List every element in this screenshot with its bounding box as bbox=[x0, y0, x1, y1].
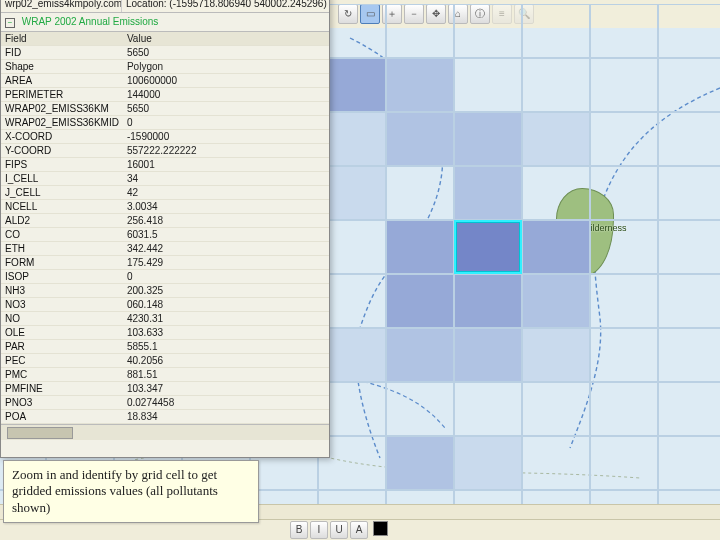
bold-icon[interactable]: B bbox=[290, 521, 308, 539]
table-row[interactable]: ETH342.442 bbox=[1, 242, 329, 256]
grid-cell-emission[interactable] bbox=[454, 436, 522, 490]
table-row[interactable]: FID5650 bbox=[1, 46, 329, 60]
table-row[interactable]: CO6031.5 bbox=[1, 228, 329, 242]
grid-cell[interactable] bbox=[590, 274, 658, 328]
grid-cell-emission[interactable] bbox=[522, 112, 590, 166]
identify-attribute-table[interactable]: Field Value FID5650ShapePolygonAREA10060… bbox=[1, 32, 329, 424]
grid-cell-emission[interactable] bbox=[454, 112, 522, 166]
value-cell: 3.0034 bbox=[123, 200, 329, 214]
grid-cell[interactable] bbox=[386, 4, 454, 58]
table-row[interactable]: POA18.834 bbox=[1, 410, 329, 424]
table-row[interactable]: J_CELL42 bbox=[1, 186, 329, 200]
value-cell: 5650 bbox=[123, 46, 329, 60]
field-cell: PAR bbox=[1, 340, 123, 354]
grid-cell[interactable] bbox=[522, 4, 590, 58]
grid-cell[interactable] bbox=[590, 112, 658, 166]
value-cell: 0.0274458 bbox=[123, 396, 329, 410]
grid-cell-emission[interactable] bbox=[522, 274, 590, 328]
grid-cell[interactable] bbox=[386, 166, 454, 220]
grid-cell[interactable] bbox=[658, 4, 720, 58]
font-color-icon[interactable]: A bbox=[350, 521, 368, 539]
table-row[interactable]: ALD2256.418 bbox=[1, 214, 329, 228]
grid-cell-emission[interactable] bbox=[454, 328, 522, 382]
table-row[interactable]: X-COORD-1590000 bbox=[1, 130, 329, 144]
underline-icon[interactable]: U bbox=[330, 521, 348, 539]
grid-cell[interactable] bbox=[658, 382, 720, 436]
value-cell: 0 bbox=[123, 270, 329, 284]
table-row[interactable]: OLE103.633 bbox=[1, 326, 329, 340]
grid-cell-emission[interactable] bbox=[522, 220, 590, 274]
grid-cell[interactable] bbox=[590, 220, 658, 274]
field-cell: OLE bbox=[1, 326, 123, 340]
table-row[interactable]: ShapePolygon bbox=[1, 60, 329, 74]
grid-cell-emission[interactable] bbox=[522, 328, 590, 382]
table-row[interactable]: I_CELL34 bbox=[1, 172, 329, 186]
scroll-thumb[interactable] bbox=[7, 427, 73, 439]
grid-cell[interactable] bbox=[590, 382, 658, 436]
table-row[interactable]: PAR5855.1 bbox=[1, 340, 329, 354]
table-row[interactable]: FORM175.429 bbox=[1, 256, 329, 270]
field-cell: CO bbox=[1, 228, 123, 242]
table-row[interactable]: FIPS16001 bbox=[1, 158, 329, 172]
grid-cell[interactable] bbox=[590, 4, 658, 58]
grid-cell[interactable] bbox=[386, 382, 454, 436]
grid-cell[interactable] bbox=[658, 436, 720, 490]
table-row[interactable]: PNO30.0274458 bbox=[1, 396, 329, 410]
field-cell: FID bbox=[1, 46, 123, 60]
table-row[interactable]: PMFINE103.347 bbox=[1, 382, 329, 396]
table-row[interactable]: WRAP02_EMISS36KM5650 bbox=[1, 102, 329, 116]
value-cell: 175.429 bbox=[123, 256, 329, 270]
grid-cell[interactable] bbox=[522, 382, 590, 436]
table-row[interactable]: NCELL3.0034 bbox=[1, 200, 329, 214]
grid-cell-emission[interactable] bbox=[454, 274, 522, 328]
table-row[interactable]: PERIMETER144000 bbox=[1, 88, 329, 102]
grid-cell[interactable] bbox=[658, 328, 720, 382]
grid-cell[interactable] bbox=[658, 274, 720, 328]
grid-cell[interactable] bbox=[658, 58, 720, 112]
table-row[interactable]: AREA100600000 bbox=[1, 74, 329, 88]
grid-cell-emission[interactable] bbox=[454, 166, 522, 220]
font-color-chip[interactable] bbox=[373, 521, 388, 536]
grid-cell[interactable] bbox=[522, 166, 590, 220]
grid-cell[interactable] bbox=[658, 220, 720, 274]
identify-window[interactable]: wrp02_emiss4kmpoly.com Location: (-15957… bbox=[0, 0, 330, 458]
grid-cell-emission[interactable] bbox=[386, 328, 454, 382]
grid-cell-emission[interactable] bbox=[386, 274, 454, 328]
table-row[interactable]: NO4230.31 bbox=[1, 312, 329, 326]
field-cell: NCELL bbox=[1, 200, 123, 214]
grid-cell[interactable] bbox=[590, 328, 658, 382]
field-cell: ALD2 bbox=[1, 214, 123, 228]
italic-icon[interactable]: I bbox=[310, 521, 328, 539]
tree-collapse-icon[interactable]: − bbox=[5, 18, 15, 28]
field-cell: NO3 bbox=[1, 298, 123, 312]
grid-cell[interactable] bbox=[590, 58, 658, 112]
grid-cell-emission[interactable] bbox=[386, 436, 454, 490]
grid-cell-emission[interactable] bbox=[386, 220, 454, 274]
table-row[interactable]: WRAP02_EMISS36KMID0 bbox=[1, 116, 329, 130]
grid-cell[interactable] bbox=[522, 436, 590, 490]
grid-cell[interactable] bbox=[658, 112, 720, 166]
identify-layer[interactable]: wrp02_emiss4kmpoly.com bbox=[1, 0, 122, 12]
selected-grid-cell[interactable] bbox=[454, 220, 522, 274]
grid-cell[interactable] bbox=[522, 58, 590, 112]
grid-cell-emission[interactable] bbox=[386, 112, 454, 166]
grid-cell[interactable] bbox=[454, 58, 522, 112]
grid-cell[interactable] bbox=[454, 382, 522, 436]
grid-cell[interactable] bbox=[590, 436, 658, 490]
grid-cell-emission[interactable] bbox=[386, 58, 454, 112]
table-row[interactable]: Y-COORD557222.222222 bbox=[1, 144, 329, 158]
identify-tree-item[interactable]: − WRAP 2002 Annual Emissions bbox=[1, 13, 329, 32]
table-row[interactable]: NH3200.325 bbox=[1, 284, 329, 298]
table-row[interactable]: PEC40.2056 bbox=[1, 354, 329, 368]
identify-hscrollbar[interactable] bbox=[1, 424, 329, 440]
value-cell: 4230.31 bbox=[123, 312, 329, 326]
grid-cell[interactable] bbox=[590, 166, 658, 220]
table-row[interactable]: NO3060.148 bbox=[1, 298, 329, 312]
table-row[interactable]: ISOP0 bbox=[1, 270, 329, 284]
value-cell: 6031.5 bbox=[123, 228, 329, 242]
table-row[interactable]: PMC881.51 bbox=[1, 368, 329, 382]
grid-cell[interactable] bbox=[658, 166, 720, 220]
value-cell: 060.148 bbox=[123, 298, 329, 312]
grid-cell[interactable] bbox=[454, 4, 522, 58]
field-cell: WRAP02_EMISS36KM bbox=[1, 102, 123, 116]
